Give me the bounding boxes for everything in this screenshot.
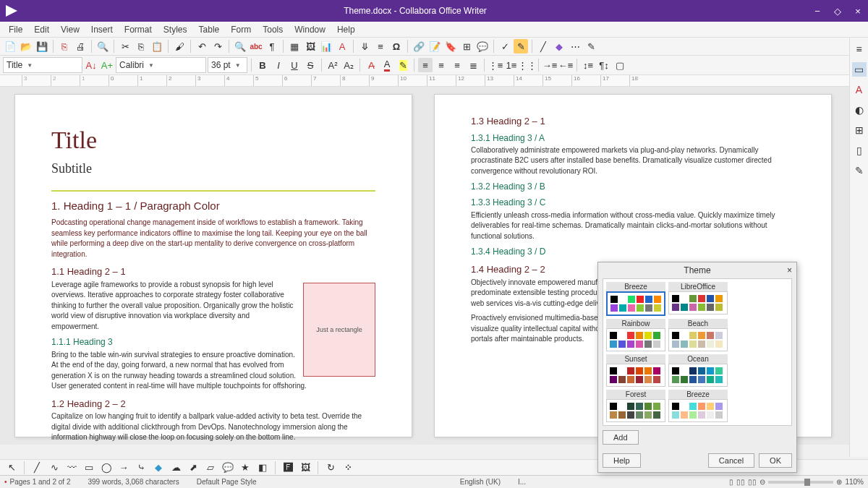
heading-2[interactable]: 1.1 Heading 2 – 1	[51, 265, 375, 278]
sidebar-page-icon[interactable]: ▯	[852, 143, 867, 158]
spellcheck-icon[interactable]: abc	[249, 39, 263, 53]
line-spacing-icon[interactable]: ↕≡	[581, 58, 595, 72]
rectangle-shape[interactable]: Just a rectangle	[303, 283, 375, 377]
find-replace-icon[interactable]: 🔍	[233, 39, 247, 53]
formatting-marks-icon[interactable]: ¶	[265, 39, 279, 53]
zoom-percent[interactable]: 110%	[845, 478, 864, 486]
heading-3[interactable]: 1.3.2 Heading 3 / B	[471, 181, 795, 192]
dialog-close-icon[interactable]: ×	[787, 265, 792, 275]
heading-3[interactable]: 1.3.3 Heading 3 / C	[471, 197, 795, 208]
save-indicator-icon[interactable]: •	[4, 478, 7, 486]
print-preview-icon[interactable]: 🔍	[95, 39, 110, 53]
special-char-icon[interactable]: Ω	[389, 39, 404, 53]
field-icon[interactable]: ≡	[373, 39, 388, 53]
menu-styles[interactable]: Styles	[158, 23, 193, 36]
body-para[interactable]: Podcasting operational change management…	[51, 218, 375, 260]
status-pages[interactable]: Pages 1 and 2 of 2	[10, 478, 71, 486]
align-left-icon[interactable]: ≡	[418, 58, 433, 72]
zoom-in-icon[interactable]: ⊕	[836, 478, 842, 486]
insert-image-icon[interactable]: 🖼	[303, 39, 318, 53]
redo-icon[interactable]: ↷	[210, 39, 225, 53]
freeform-icon[interactable]: 〰	[64, 461, 79, 475]
close-button[interactable]: ×	[848, 6, 868, 17]
theme-card-breeze[interactable]: Breeze	[606, 282, 665, 316]
font-size-select[interactable]: 36 pt ▼	[208, 57, 247, 73]
arrow-icon[interactable]: →	[116, 461, 131, 475]
insert-image-icon[interactable]: 🖼	[298, 461, 312, 475]
view-book-icon[interactable]: ▯▯	[748, 478, 757, 486]
menu-insert[interactable]: Insert	[85, 23, 119, 36]
hyperlink-icon[interactable]: 🔗	[412, 39, 426, 53]
status-page-style[interactable]: Default Page Style	[197, 478, 257, 486]
number-list-icon[interactable]: 1≡	[504, 58, 519, 72]
menu-edit[interactable]: Edit	[28, 23, 55, 36]
sidebar-inspector-icon[interactable]: ✎	[852, 163, 867, 178]
status-insert-mode[interactable]: I...	[518, 478, 526, 486]
callouts-icon[interactable]: 💬	[221, 461, 235, 475]
align-center-icon[interactable]: ≡	[434, 58, 448, 72]
comment-icon[interactable]: 💬	[475, 39, 490, 53]
view-single-icon[interactable]: ▯	[729, 478, 733, 486]
draw-functions-icon[interactable]: ⋯	[568, 39, 582, 53]
borders-icon[interactable]: ▢	[613, 58, 627, 72]
insert-textbox-icon[interactable]: A	[335, 39, 349, 53]
rect-icon[interactable]: ▭	[82, 461, 96, 475]
bullet-list-icon[interactable]: ⋮≡	[488, 58, 503, 72]
align-right-icon[interactable]: ≡	[450, 58, 464, 72]
open-icon[interactable]: 📂	[19, 39, 33, 53]
theme-card-breeze[interactable]: Breeze	[668, 390, 728, 422]
fontwork-icon[interactable]: 🅵	[281, 461, 295, 475]
bold-icon[interactable]: B	[255, 58, 270, 72]
heading-2[interactable]: 1.3 Heading 2 – 1	[471, 115, 795, 128]
new-icon[interactable]: 📄	[3, 39, 17, 53]
font-color-icon[interactable]: A	[380, 58, 394, 72]
theme-card-rainbow[interactable]: Rainbow	[606, 319, 665, 351]
basic-shapes-icon[interactable]: ◆	[151, 461, 166, 475]
show-changes-icon[interactable]: ✎	[514, 39, 528, 53]
line-icon[interactable]: ╱	[536, 39, 550, 53]
page-1[interactable]: Title Subtitle 1. Heading 1 – 1 / Paragr…	[14, 94, 412, 437]
font-name-select[interactable]: Calibri ▼	[116, 57, 206, 73]
sidebar-properties-icon[interactable]: ▭	[852, 62, 867, 77]
theme-card-libreoffice[interactable]: LibreOffice	[668, 282, 728, 316]
heading-3[interactable]: 1.3.4 Heading 3 / D	[471, 246, 795, 257]
theme-card-sunset[interactable]: Sunset	[606, 354, 665, 387]
insert-table-icon[interactable]: ▦	[287, 39, 302, 53]
align-justify-icon[interactable]: ≣	[466, 58, 480, 72]
sidebar-gallery-icon[interactable]: ◐	[852, 103, 867, 117]
add-button[interactable]: Add	[603, 430, 639, 445]
sidebar-menu-icon[interactable]: ≡	[852, 42, 867, 56]
menu-file[interactable]: File	[3, 23, 28, 36]
view-multi-icon[interactable]: ▯▯	[736, 478, 745, 486]
outline-icon[interactable]: ⋮⋮	[520, 58, 535, 72]
cancel-button[interactable]: Cancel	[708, 453, 754, 468]
new-style-icon[interactable]: A+	[100, 58, 114, 72]
menu-help[interactable]: Help	[331, 23, 361, 36]
clear-format-icon[interactable]: A̶	[364, 58, 378, 72]
minimize-button[interactable]: −	[807, 6, 827, 17]
subscript-icon[interactable]: A₂	[341, 58, 356, 72]
increase-indent-icon[interactable]: →≡	[542, 58, 557, 72]
heading-3[interactable]: 1.3.1 Heading 3 / A	[471, 132, 795, 144]
curve-icon[interactable]: ∿	[47, 461, 61, 475]
body-para[interactable]: Efficiently unleash cross-media informat…	[471, 210, 795, 242]
line-icon[interactable]: ╱	[30, 461, 44, 475]
underline-icon[interactable]: U	[287, 58, 302, 72]
theme-card-ocean[interactable]: Ocean	[668, 354, 728, 387]
menu-view[interactable]: View	[55, 23, 85, 36]
copy-icon[interactable]: ⎘	[134, 39, 148, 53]
menu-form[interactable]: Form	[225, 23, 257, 36]
menu-tools[interactable]: Tools	[257, 23, 289, 36]
update-style-icon[interactable]: A↓	[84, 58, 98, 72]
status-language[interactable]: English (UK)	[460, 478, 501, 486]
cross-ref-icon[interactable]: ⊞	[459, 39, 474, 53]
basic-shapes-icon[interactable]: ◆	[552, 39, 566, 53]
horizontal-ruler[interactable]: 3210123456789101112131415161718	[0, 75, 868, 87]
ellipse-icon[interactable]: ◯	[99, 461, 114, 475]
italic-icon[interactable]: I	[271, 58, 286, 72]
sidebar-styles-icon[interactable]: A	[852, 82, 867, 97]
insert-chart-icon[interactable]: 📊	[319, 39, 333, 53]
dialog-titlebar[interactable]: Theme ×	[598, 262, 796, 278]
export-pdf-icon[interactable]: ⎘	[57, 39, 72, 53]
superscript-icon[interactable]: A²	[326, 58, 340, 72]
